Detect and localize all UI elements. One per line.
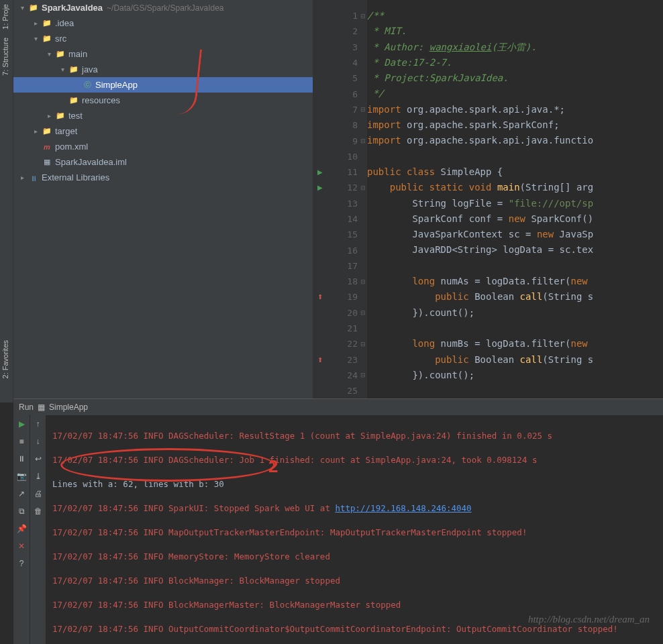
soft-wrap-button[interactable]: ↩ [32, 453, 44, 465]
scroll-end-button[interactable]: ⤓ [32, 470, 44, 482]
tree-idea[interactable]: 📁 .idea [13, 15, 313, 31]
source-folder-icon: 📁 [68, 64, 79, 75]
tree-label: SparkJavaIdea [42, 3, 103, 13]
structure-tool-tab[interactable]: 7: Structure [0, 34, 11, 80]
tree-ext-libs[interactable]: ⫼ External Libraries [13, 170, 313, 185]
run-method-gutter-icon[interactable]: ▶ [317, 184, 323, 191]
project-tool-tab[interactable]: 1: Proje [0, 0, 11, 34]
project-tree[interactable]: 📁 SparkJavaIdea ~/Data/GS/Spark/SparkJav… [13, 0, 313, 398]
tree-root[interactable]: 📁 SparkJavaIdea ~/Data/GS/Spark/SparkJav… [13, 0, 313, 15]
run-header: Run ▦ SimpleApp [13, 399, 663, 415]
dump-threads-button[interactable]: 📷 [15, 470, 28, 482]
tree-java[interactable]: 📁 java [13, 62, 313, 77]
code-editor[interactable]: 1⊟ 2 3 4 5 6 7⊟ 8 9⊟ 10 ▶11 ▶12⊟ 13 14 1… [313, 0, 663, 398]
folder-icon: 📁 [42, 34, 52, 44]
rerun-button[interactable]: ▶ [15, 418, 28, 430]
iml-icon: ▦ [42, 157, 52, 168]
tree-resources[interactable]: 📁 resources [13, 93, 313, 108]
run-toolbar-secondary: ↑ ↓ ↩ ⤓ 🖨 🗑 [30, 415, 46, 644]
down-stack-button[interactable]: ↓ [32, 435, 44, 447]
run-tool-window: Run ▦ SimpleApp ▶ ■ ⏸ 📷 ↗ ⧉ 📌 ✕ ? ↑ ↓ ↩ … [13, 398, 663, 644]
tree-target[interactable]: 📁 target [13, 123, 313, 139]
tree-simpleapp[interactable]: ⓒ SimpleApp [13, 77, 313, 93]
override-gutter-icon[interactable]: ⬆ [317, 293, 323, 301]
exit-button[interactable]: ↗ [15, 488, 28, 500]
tree-path: ~/Data/GS/Spark/SparkJavaIdea [107, 3, 223, 13]
folder-icon: 📁 [42, 18, 52, 29]
resources-folder-icon: 📁 [68, 95, 79, 106]
editor-gutter[interactable]: 1⊟ 2 3 4 5 6 7⊟ 8 9⊟ 10 ▶11 ▶12⊟ 13 14 1… [313, 0, 367, 398]
override-gutter-icon[interactable]: ⬆ [317, 356, 323, 364]
run-toolbar-primary: ▶ ■ ⏸ 📷 ↗ ⧉ 📌 ✕ ? [13, 415, 30, 644]
target-folder-icon: 📁 [42, 126, 52, 137]
tree-main[interactable]: 📁 main [13, 46, 313, 62]
maven-icon: m [42, 142, 52, 152]
folder-icon: 📁 [55, 49, 66, 60]
favorites-tool-tab[interactable]: 2: Favorites [0, 336, 11, 382]
tree-src[interactable]: 📁 src [13, 31, 313, 46]
tree-pom[interactable]: m pom.xml [13, 139, 313, 154]
watermark: http://blog.csdn.net/dream_an [528, 614, 650, 625]
left-tool-tabs: 1: Proje 7: Structure 2: Favorites [0, 0, 13, 402]
folder-icon: 📁 [55, 111, 66, 121]
code-area[interactable]: /** * MIT. * Author: wangxiaolei(王小雷). *… [367, 0, 663, 398]
console-output[interactable]: 17/02/07 18:47:56 INFO DAGScheduler: Res… [46, 415, 663, 644]
help-button[interactable]: ? [15, 557, 28, 570]
tree-iml[interactable]: ▦ SparkJavaIdea.iml [13, 154, 313, 170]
run-config-icon: ▦ [38, 402, 45, 412]
close-button[interactable]: ✕ [15, 540, 28, 552]
folder-icon: 📁 [28, 3, 39, 13]
up-stack-button[interactable]: ↑ [32, 418, 44, 430]
class-icon: ⓒ [82, 80, 93, 91]
pin-button[interactable]: 📌 [15, 523, 28, 535]
clear-button[interactable]: 🗑 [32, 505, 44, 517]
layout-button[interactable]: ⧉ [15, 505, 28, 517]
tree-test[interactable]: 📁 test [13, 108, 313, 123]
print-button[interactable]: 🖨 [32, 488, 44, 500]
libraries-icon: ⫼ [28, 172, 39, 183]
pause-button[interactable]: ⏸ [15, 453, 28, 465]
run-class-gutter-icon[interactable]: ▶ [317, 168, 323, 176]
spark-ui-link[interactable]: http://192.168.148.246:4040 [335, 503, 471, 513]
stop-button[interactable]: ■ [15, 435, 28, 447]
